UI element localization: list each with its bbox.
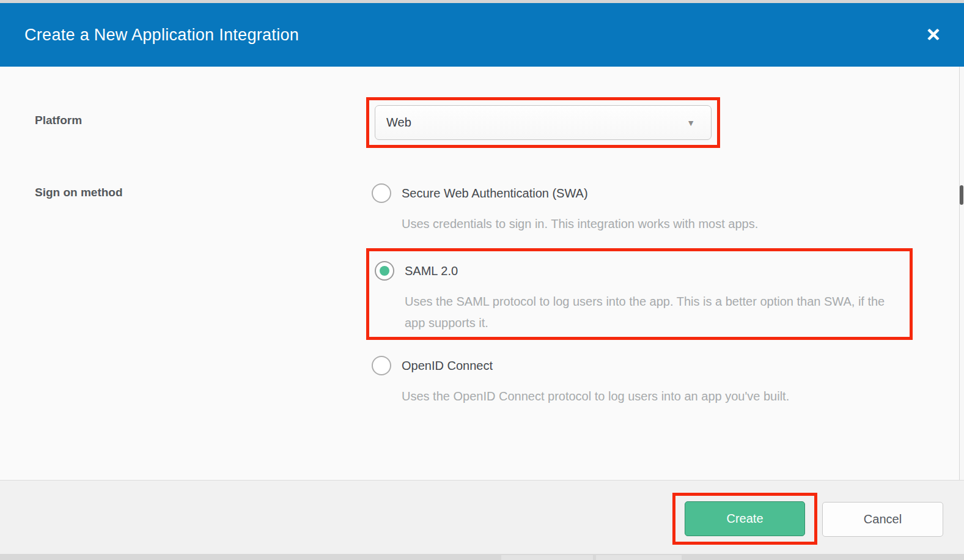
- radio-openid[interactable]: [372, 356, 391, 375]
- option-saml-texts: SAML 2.0 Uses the SAML protocol to log u…: [405, 261, 906, 334]
- close-icon[interactable]: ✕: [926, 26, 941, 44]
- scrollbar-track[interactable]: [959, 67, 964, 480]
- create-button-highlight: Create: [672, 493, 817, 545]
- create-app-integration-dialog: Create a New Application Integration ✕ P…: [0, 0, 964, 560]
- option-swa-texts: Secure Web Authentication (SWA) Uses cre…: [402, 183, 758, 235]
- dialog-title: Create a New Application Integration: [24, 26, 299, 45]
- option-openid: OpenID Connect Uses the OpenID Connect p…: [372, 356, 789, 407]
- platform-select-value: Web: [386, 116, 411, 130]
- dialog-footer: [0, 480, 964, 554]
- chevron-down-icon: ▼: [686, 118, 695, 128]
- background-page-fragment: [596, 555, 682, 560]
- platform-dropdown-highlight: Web ▼: [366, 97, 720, 148]
- option-openid-label[interactable]: OpenID Connect: [402, 356, 789, 375]
- option-swa-label[interactable]: Secure Web Authentication (SWA): [402, 183, 758, 203]
- create-button[interactable]: Create: [685, 501, 805, 536]
- option-swa: Secure Web Authentication (SWA) Uses cre…: [372, 183, 758, 235]
- radio-swa[interactable]: [372, 183, 391, 203]
- saml-option-highlight: SAML 2.0 Uses the SAML protocol to log u…: [366, 248, 913, 340]
- option-openid-description: Uses the OpenID Connect protocol to log …: [402, 386, 789, 407]
- scrollbar-thumb[interactable]: [960, 185, 963, 205]
- dialog-header: Create a New Application Integration ✕: [0, 3, 964, 67]
- radio-saml[interactable]: [375, 261, 394, 281]
- cancel-button[interactable]: Cancel: [822, 502, 943, 537]
- sign-on-method-label: Sign on method: [35, 186, 123, 199]
- page-bottom-edge: [0, 554, 964, 560]
- platform-label: Platform: [35, 114, 82, 127]
- platform-select[interactable]: Web ▼: [375, 105, 712, 140]
- option-saml: SAML 2.0 Uses the SAML protocol to log u…: [375, 261, 906, 334]
- option-saml-description: Uses the SAML protocol to log users into…: [405, 291, 906, 334]
- background-page-fragment: [501, 555, 593, 560]
- option-swa-description: Uses credentials to sign in. This integr…: [402, 213, 758, 235]
- option-saml-label[interactable]: SAML 2.0: [405, 261, 906, 281]
- option-openid-texts: OpenID Connect Uses the OpenID Connect p…: [402, 356, 789, 407]
